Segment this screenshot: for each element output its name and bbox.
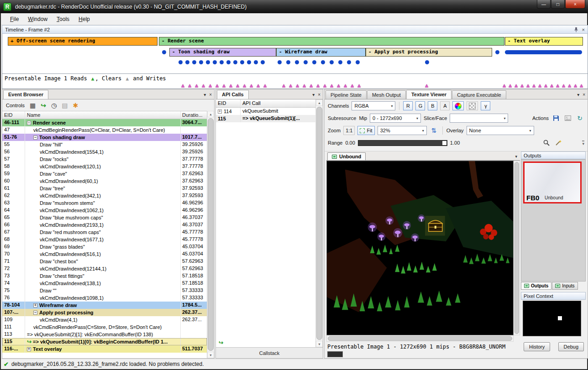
tab-outputs[interactable]: Outputs <box>521 282 551 290</box>
fb0-thumbnail[interactable]: FB0 Unbound <box>523 162 582 203</box>
menu-item-help[interactable]: Help <box>74 15 94 24</box>
panel-menu-icon[interactable]: ▾ <box>577 92 579 97</box>
usage-triangle-icon[interactable]: ▲ <box>351 82 354 89</box>
event-row[interactable]: 51-76−Toon shading draw1017.7... <box>2 134 207 141</box>
panel-menu-icon[interactable]: ▾ <box>204 92 206 97</box>
usage-triangle-icon[interactable]: ▲ <box>282 82 285 89</box>
grid-icon[interactable]: ▦ <box>30 102 36 109</box>
scrollbar-thumb[interactable] <box>208 118 214 351</box>
timeline-bar-offscreen[interactable]: + Off-screen scene rendering <box>8 37 158 46</box>
history-button[interactable]: History <box>524 342 550 351</box>
timeline-bar-render-scene[interactable]: - Render scene <box>159 37 504 46</box>
texture-vertical-scrollbar[interactable] <box>514 161 520 335</box>
event-row[interactable]: 78-104+Wireframe draw1784.5... <box>2 302 207 309</box>
event-row[interactable]: 111vkCmdEndRenderPass(C=Store, D=Store, … <box>2 323 207 331</box>
event-row[interactable]: 46-111−Render scene3064.7... <box>2 119 207 126</box>
usage-triangle-icon[interactable]: ▲ <box>316 82 320 89</box>
usage-triangle-icon[interactable]: ▲ <box>562 82 565 89</box>
column-eid[interactable]: EID <box>216 99 241 107</box>
outputs-list[interactable]: FB0 Unbound <box>521 159 586 281</box>
fit-button[interactable]: Fit <box>357 126 374 135</box>
mip-select[interactable]: 0 - 1272x690 ▾ <box>370 114 421 123</box>
api-call-row[interactable]: 115=> vkQueueSubmit(1)[... <box>216 115 315 122</box>
draw-marker-dot[interactable] <box>261 60 265 64</box>
open-texture-list-icon[interactable] <box>563 114 572 123</box>
column-duration[interactable]: Duratio... <box>181 111 207 119</box>
callstack-section[interactable]: Callstack <box>216 347 323 358</box>
draw-marker-dot[interactable] <box>240 60 244 64</box>
event-row[interactable]: 56vkCmdDrawIndexed(1554,1)39.25926 <box>2 148 207 156</box>
timeline-bar-wireframe[interactable]: - Wireframe draw <box>276 48 366 57</box>
row-expander-icon[interactable]: − <box>33 311 37 315</box>
draw-marker-dot[interactable] <box>347 60 351 64</box>
tab-event-browser[interactable]: Event Browser <box>3 90 48 99</box>
pixel-context-view[interactable] <box>523 301 581 336</box>
menu-item-file[interactable]: File <box>5 15 23 24</box>
scroll-down-icon[interactable]: ▼ <box>207 352 214 358</box>
tab-inputs[interactable]: Inputs <box>552 282 578 290</box>
event-row[interactable]: 67Draw "red mushroom caps"45.77778 <box>2 229 207 236</box>
draw-marker-dot[interactable] <box>495 50 499 54</box>
color-wheel-button[interactable] <box>452 101 464 110</box>
toolbar-overflow-icon[interactable]: ▾ <box>582 141 584 146</box>
event-row[interactable]: 60vkCmdDrawIndexed(60,1)37.62963 <box>2 177 207 185</box>
save-texture-icon[interactable] <box>551 114 561 123</box>
usage-triangle-icon[interactable]: ▲ <box>296 82 299 89</box>
usage-triangle-icon[interactable]: ▲ <box>289 82 292 89</box>
timeline-caption[interactable]: Timeline - Frame #2 × <box>2 25 588 34</box>
event-row[interactable]: 64vkCmdDrawIndexed(1062,1)46.96296 <box>2 207 207 214</box>
scroll-up-icon[interactable]: ▲ <box>316 99 323 106</box>
pin-icon[interactable] <box>574 27 578 32</box>
usage-triangle-icon[interactable]: ▲ <box>243 82 246 89</box>
usage-triangle-icon[interactable]: ▲ <box>556 82 559 89</box>
range-slider[interactable] <box>358 140 447 146</box>
panel-close-icon[interactable]: × <box>209 92 212 97</box>
draw-marker-dot[interactable] <box>206 60 210 64</box>
usage-triangle-icon[interactable]: ▲ <box>580 82 583 89</box>
usage-triangle-icon[interactable]: ▲ <box>202 82 205 89</box>
maximize-button[interactable]: □ <box>551 0 565 9</box>
usage-triangle-icon[interactable]: ▲ <box>509 82 512 89</box>
row-expander-icon[interactable]: + <box>33 303 37 307</box>
event-row[interactable]: 65Draw "blue mushroom caps"46.37037 <box>2 214 207 221</box>
draw-marker-dot[interactable] <box>338 60 342 64</box>
usage-triangle-icon[interactable]: ▲ <box>222 82 226 89</box>
texture-viewport[interactable] <box>326 161 514 335</box>
row-expander-icon[interactable]: + <box>27 347 31 351</box>
usage-triangle-icon[interactable]: ▲ <box>195 82 198 89</box>
timeline-close-icon[interactable]: × <box>582 27 585 32</box>
title-bar[interactable]: R debugmarker.rdc - RenderDoc Unofficial… <box>0 0 588 13</box>
usage-triangle-icon[interactable]: ▲ <box>229 82 232 89</box>
draw-marker-dot[interactable] <box>226 60 231 64</box>
tab-texture-viewer[interactable]: Texture Viewer <box>406 90 452 99</box>
event-browser-table[interactable]: EID Name Duratio... 46-111−Render scene3… <box>2 111 207 358</box>
alpha-channel-button[interactable]: A <box>440 101 450 110</box>
usage-triangle-icon[interactable]: ▲ <box>526 82 530 89</box>
usage-triangle-icon[interactable]: ▲ <box>330 82 333 89</box>
tab-mesh-output[interactable]: Mesh Output <box>367 90 406 99</box>
event-row[interactable]: 47vkCmdBeginRenderPass(C=Clear, D=Clear,… <box>2 126 207 134</box>
usage-triangle-icon[interactable]: ▲ <box>514 82 518 89</box>
red-channel-button[interactable]: R <box>403 101 413 110</box>
texture-tab-unbound[interactable]: Unbound <box>327 152 366 160</box>
slice-face-select[interactable]: ▾ <box>450 114 508 123</box>
row-expander-icon[interactable]: + <box>218 109 222 114</box>
gamma-button[interactable]: γ <box>481 101 490 110</box>
zoom-select[interactable]: 32% ▾ <box>378 126 427 135</box>
column-name[interactable]: Name <box>25 111 181 119</box>
usage-triangle-icon[interactable]: ▲ <box>181 82 184 89</box>
event-row[interactable]: 59Draw "cave"37.62963 <box>2 170 207 177</box>
timeline-bar-postproc[interactable]: - Apply post processing <box>366 48 492 57</box>
usage-triangle-icon[interactable]: ▲ <box>357 82 361 89</box>
draw-marker-dot[interactable] <box>220 60 224 64</box>
scroll-up-icon[interactable]: ▲ <box>207 111 214 117</box>
draw-marker-dot[interactable] <box>312 60 316 64</box>
api-calls-scrollbar[interactable]: ▲ ▼ <box>315 99 323 347</box>
overlay-select[interactable]: None ▾ <box>467 126 534 135</box>
api-call-row[interactable]: +114vkQueueSubmit <box>216 108 315 115</box>
tab-capture-executable[interactable]: Capture Executable <box>452 90 506 99</box>
event-row[interactable]: 76vkCmdDrawIndexed(1098,1)57.33333 <box>2 294 207 302</box>
event-row[interactable]: 107-...−Apply post processing262.37... <box>2 309 207 316</box>
draw-marker-dot[interactable] <box>286 60 290 64</box>
draw-marker-dot[interactable] <box>330 60 334 64</box>
